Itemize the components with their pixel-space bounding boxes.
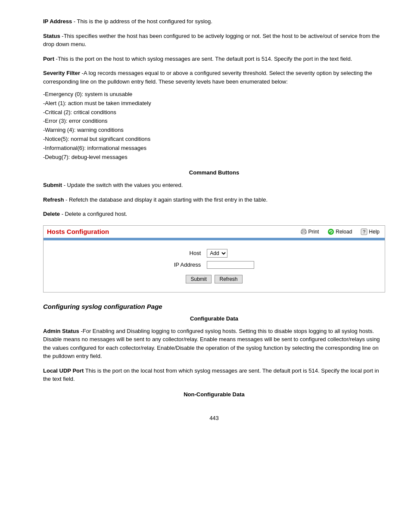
hosts-form-table: Host Add IP Address [171, 247, 257, 271]
reload-icon [327, 228, 334, 235]
severity-item-4: -Warning (4): warning conditions [43, 126, 385, 135]
non-configurable-heading: Non-Configurable Data [43, 391, 385, 398]
ip-address-section: IP Address - This is the ip address of t… [43, 17, 385, 26]
local-udp-port-text: This is the port on the local host from … [43, 367, 379, 383]
severity-item-7: -Debug(7): debug-level messages [43, 153, 385, 162]
hosts-config-title: Hosts Configuration [47, 228, 109, 235]
hosts-config-header: Hosts Configuration Print [44, 226, 385, 238]
admin-status-text: -For Enabling and Disabling logging to c… [43, 328, 380, 360]
reload-label: Reload [336, 229, 352, 235]
header-actions: Print Reload ? [299, 227, 381, 236]
local-udp-port-label: Local UDP Port [43, 367, 84, 374]
svg-point-3 [328, 229, 334, 235]
configuring-section-title: Configuring syslog configuration Page [43, 303, 385, 310]
host-select-cell: Add [204, 247, 257, 259]
severity-item-2: -Critical (2): critical conditions [43, 108, 385, 117]
severity-filter-label: Severity Filter [43, 70, 80, 76]
ip-address-label: IP Address [43, 18, 72, 25]
port-section: Port -This is the port on the host to wh… [43, 55, 385, 63]
ip-address-text: - This is the ip address of the host con… [72, 18, 212, 25]
delete-section: Delete - Delete a configured host. [43, 210, 385, 218]
hosts-config-body: Host Add IP Address Submit Refresh [44, 240, 385, 292]
svg-text:?: ? [363, 229, 366, 234]
host-label-cell: Host [171, 247, 205, 259]
configurable-data-heading: Configurable Data [43, 315, 385, 322]
submit-label: Submit [43, 182, 62, 188]
severity-item-3: -Error (3): error conditions [43, 117, 385, 126]
help-label: Help [369, 229, 380, 235]
severity-item-6: -Informational(6): informational message… [43, 144, 385, 153]
status-text: -This specifies wether the host has been… [43, 33, 380, 48]
page-number: 443 [43, 415, 385, 421]
port-label: Port [43, 56, 54, 62]
print-icon [300, 229, 307, 235]
help-button[interactable]: ? Help [359, 227, 381, 236]
ip-address-row: IP Address [171, 259, 257, 271]
status-section: Status -This specifies wether the host h… [43, 32, 385, 49]
print-button[interactable]: Print [299, 228, 321, 236]
reload-button[interactable]: Reload [326, 227, 354, 236]
refresh-text: - Refetch the database and display it ag… [64, 196, 268, 203]
severity-item-0: -Emergency (0): system is unusable [43, 90, 385, 99]
svg-rect-2 [302, 232, 305, 234]
host-select[interactable]: Add [207, 249, 227, 258]
status-label: Status [43, 33, 60, 39]
configuring-section: Configuring syslog configuration Page Co… [43, 303, 385, 398]
ip-address-input[interactable] [207, 261, 254, 269]
severity-item-5: -Notice(5): normal but significant condi… [43, 135, 385, 144]
submit-button[interactable]: Submit [186, 275, 211, 283]
refresh-label: Refresh [43, 196, 64, 203]
refresh-section: Refresh - Refetch the database and displ… [43, 196, 385, 204]
admin-status-section: Admin Status -For Enabling and Disabling… [43, 327, 385, 361]
ip-address-input-cell [204, 259, 257, 271]
submit-text: - Update the switch with the values you … [62, 182, 183, 188]
ip-address-label-cell: IP Address [171, 259, 205, 271]
refresh-button[interactable]: Refresh [215, 275, 242, 283]
severity-item-1: -Alert (1): action must be taken immedia… [43, 99, 385, 108]
help-icon: ? [361, 228, 367, 235]
print-label: Print [308, 229, 319, 235]
form-buttons-row: Submit Refresh [52, 275, 376, 283]
local-udp-port-section: Local UDP Port This is the port on the l… [43, 367, 385, 383]
hosts-config-panel: Hosts Configuration Print [43, 225, 385, 292]
severity-filter-section: Severity Filter -A log records messages … [43, 69, 385, 162]
svg-rect-1 [302, 229, 305, 231]
port-text: -This is the port on the host to which s… [54, 56, 352, 62]
severity-list: -Emergency (0): system is unusable -Aler… [43, 90, 385, 162]
delete-label: Delete [43, 211, 60, 217]
severity-filter-text: -A log records messages equal to or abov… [43, 70, 372, 85]
delete-text: - Delete a configured host. [60, 211, 127, 217]
command-buttons-heading: Command Buttons [43, 169, 385, 176]
host-row: Host Add [171, 247, 257, 259]
submit-section: Submit - Update the switch with the valu… [43, 181, 385, 190]
admin-status-label: Admin Status [43, 328, 79, 334]
